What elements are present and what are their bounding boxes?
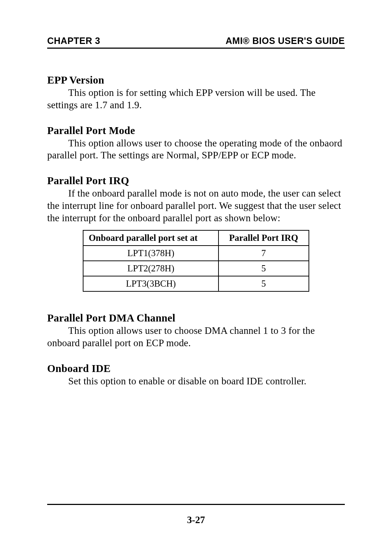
body-parallel-port-irq: If the onboard parallel mode is not on a… [47, 187, 345, 224]
table-row: LPT1(378H) 7 [83, 246, 309, 261]
body-parallel-port-mode: This option allows user to choose the op… [47, 137, 345, 162]
table-row: LPT2(278H) 5 [83, 261, 309, 276]
table-header-row: Onboard parallel port set at Parallel Po… [83, 230, 309, 246]
section-parallel-port-mode: Parallel Port Mode This option allows us… [47, 125, 345, 162]
section-parallel-port-irq: Parallel Port IRQ If the onboard paralle… [47, 175, 345, 224]
header-chapter: CHAPTER 3 [47, 36, 100, 46]
col-header-port: Onboard parallel port set at [83, 230, 219, 246]
heading-parallel-port-dma: Parallel Port DMA Channel [47, 312, 345, 324]
irq-table: Onboard parallel port set at Parallel Po… [83, 230, 309, 292]
header-guide-title: AMI® BIOS USER'S GUIDE [226, 36, 345, 46]
cell-irq: 5 [219, 276, 309, 291]
cell-port: LPT3(3BCH) [83, 276, 219, 291]
body-parallel-port-dma: This option allows user to choose DMA ch… [47, 325, 345, 349]
heading-onboard-ide: Onboard IDE [47, 363, 345, 375]
section-epp-version: EPP Version This option is for setting w… [47, 74, 345, 112]
page-header: CHAPTER 3 AMI® BIOS USER'S GUIDE [47, 36, 345, 49]
body-epp-version: This option is for setting which EPP ver… [47, 87, 345, 112]
section-onboard-ide: Onboard IDE Set this option to enable or… [47, 363, 345, 388]
cell-irq: 5 [219, 261, 309, 276]
section-parallel-port-dma: Parallel Port DMA Channel This option al… [47, 312, 345, 349]
cell-port: LPT1(378H) [83, 246, 219, 261]
document-page: CHAPTER 3 AMI® BIOS USER'S GUIDE EPP Ver… [0, 0, 392, 388]
col-header-irq: Parallel Port IRQ [219, 230, 309, 246]
heading-parallel-port-irq: Parallel Port IRQ [47, 175, 345, 187]
body-onboard-ide: Set this option to enable or disable on … [47, 375, 345, 388]
cell-irq: 7 [219, 246, 309, 261]
page-number: 3-27 [0, 514, 392, 526]
heading-epp-version: EPP Version [47, 74, 345, 86]
table-row: LPT3(3BCH) 5 [83, 276, 309, 291]
footer-rule [47, 504, 345, 505]
heading-parallel-port-mode: Parallel Port Mode [47, 125, 345, 137]
cell-port: LPT2(278H) [83, 261, 219, 276]
